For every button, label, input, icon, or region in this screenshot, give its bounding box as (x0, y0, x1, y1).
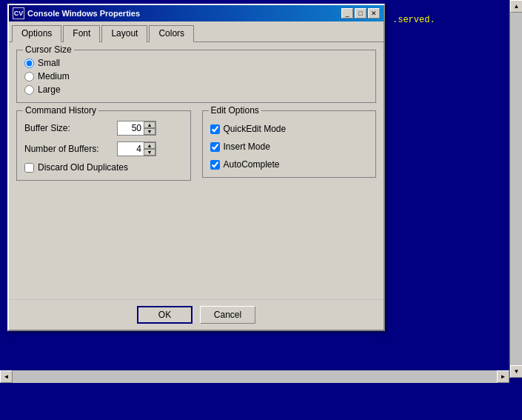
radio-medium-label: Medium (38, 71, 70, 81)
dialog-content: Cursor Size Small Medium Large (9, 42, 384, 299)
buffer-size-row: Buffer Size: 50 ▲ ▼ (24, 121, 183, 136)
buffer-size-up[interactable]: ▲ (144, 121, 155, 128)
radio-small[interactable]: Small (24, 58, 368, 68)
discard-duplicates-checkbox[interactable] (24, 163, 34, 173)
discard-duplicates-row[interactable]: Discard Old Duplicates (24, 162, 183, 173)
horizontal-scrollbar[interactable]: ◄ ► (0, 370, 509, 383)
window-icon: CV (13, 7, 24, 19)
num-buffers-up[interactable]: ▲ (144, 142, 155, 149)
radio-large-input[interactable] (24, 85, 34, 95)
num-buffers-down[interactable]: ▼ (144, 149, 155, 156)
insert-mode-checkbox[interactable] (210, 142, 220, 152)
tab-options[interactable]: Options (12, 25, 61, 42)
dialog-title: Console Windows Properties (27, 9, 140, 18)
num-buffers-spin-buttons: ▲ ▼ (144, 142, 155, 156)
maximize-button[interactable]: □ (355, 8, 367, 19)
ok-button[interactable]: OK (137, 306, 193, 324)
title-bar-left: CV Console Windows Properties (13, 7, 140, 19)
tab-font[interactable]: Font (63, 25, 100, 42)
edit-options-col: Edit Options QuickEdit Mode Insert Mode (202, 110, 377, 188)
discard-duplicates-label: Discard Old Duplicates (38, 162, 128, 173)
edit-options-title: Edit Options (209, 105, 261, 116)
scroll-up-arrow[interactable]: ▲ (510, 0, 522, 13)
title-bar-buttons: _ □ ✕ (341, 8, 380, 19)
buffer-size-spin-buttons: ▲ ▼ (144, 121, 155, 135)
insert-mode-row[interactable]: Insert Mode (210, 141, 369, 152)
autocomplete-row[interactable]: AutoComplete (210, 159, 369, 170)
num-buffers-label: Number of Buffers: (24, 144, 113, 154)
vertical-scrollbar[interactable]: ▲ ▼ (509, 0, 522, 378)
autocomplete-label: AutoComplete (224, 159, 280, 170)
num-buffers-row: Number of Buffers: 4 ▲ ▼ (24, 141, 183, 156)
radio-medium[interactable]: Medium (24, 71, 368, 81)
command-history-col: Command History Buffer Size: 50 ▲ ▼ Numb… (16, 110, 191, 188)
cursor-size-title: Cursor Size (23, 44, 74, 55)
autocomplete-checkbox[interactable] (210, 160, 220, 170)
num-buffers-spinner[interactable]: 4 ▲ ▼ (117, 141, 156, 156)
cancel-button[interactable]: Cancel (200, 306, 255, 324)
buffer-size-input[interactable]: 50 (118, 121, 144, 135)
cursor-size-group: Cursor Size Small Medium Large (16, 50, 376, 103)
minimize-button[interactable]: _ (341, 8, 353, 19)
buffer-size-label: Buffer Size: (24, 123, 113, 133)
cursor-size-radio-group: Small Medium Large (24, 58, 368, 95)
radio-large[interactable]: Large (24, 84, 368, 95)
quickedit-label: QuickEdit Mode (224, 124, 287, 134)
insert-mode-label: Insert Mode (224, 141, 270, 152)
tab-layout[interactable]: Layout (101, 25, 147, 42)
quickedit-row[interactable]: QuickEdit Mode (210, 124, 369, 134)
radio-large-label: Large (38, 84, 61, 95)
command-history-group: Command History Buffer Size: 50 ▲ ▼ Numb… (16, 110, 191, 181)
two-col-section: Command History Buffer Size: 50 ▲ ▼ Numb… (16, 110, 376, 188)
buffer-size-spinner[interactable]: 50 ▲ ▼ (117, 121, 156, 136)
radio-small-label: Small (38, 58, 60, 68)
buffer-size-down[interactable]: ▼ (144, 128, 155, 135)
content-spacer (16, 196, 376, 292)
scroll-left-arrow[interactable]: ◄ (0, 370, 13, 383)
close-button[interactable]: ✕ (368, 8, 380, 19)
dialog-footer: OK Cancel (9, 299, 384, 330)
console-output-text: .served. (392, 15, 435, 25)
quickedit-checkbox[interactable] (210, 124, 220, 134)
scroll-down-arrow[interactable]: ▼ (510, 365, 522, 378)
edit-options-group: Edit Options QuickEdit Mode Insert Mode (202, 110, 377, 178)
num-buffers-input[interactable]: 4 (118, 142, 144, 156)
scroll-right-arrow[interactable]: ► (497, 370, 509, 383)
radio-medium-input[interactable] (24, 72, 34, 81)
title-bar: CV Console Windows Properties _ □ ✕ (9, 5, 384, 21)
command-history-title: Command History (23, 105, 98, 116)
properties-dialog: CV Console Windows Properties _ □ ✕ Opti… (7, 4, 385, 331)
tab-strip: Options Font Layout Colors (9, 21, 384, 42)
tab-colors[interactable]: Colors (149, 25, 194, 42)
radio-small-input[interactable] (24, 59, 34, 68)
edit-options-checkboxes: QuickEdit Mode Insert Mode AutoComplete (210, 121, 369, 170)
